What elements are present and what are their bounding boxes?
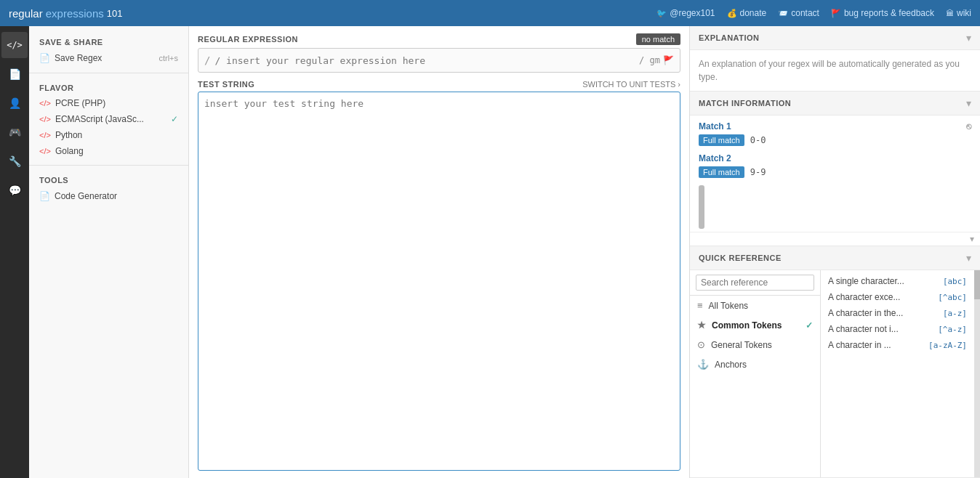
match-info-section: MATCH INFORMATION ▾ Match 1 ⎋ Full match… — [690, 92, 980, 246]
logo-expressions: expressions — [46, 7, 104, 20]
sidebar-settings-btn[interactable]: 🔧 — [1, 148, 28, 174]
match-1-label: Match 1 ⎋ — [699, 121, 971, 131]
common-tokens-label: Common Tokens — [712, 320, 782, 331]
match-2-range: 9-9 — [750, 167, 766, 177]
save-share-title: SAVE & SHARE — [29, 33, 188, 49]
golang-label: Golang — [55, 146, 84, 156]
quick-ref-header: QUICK REFERENCE ▾ — [690, 246, 980, 270]
ref-item-2[interactable]: A character in the... [a-z] — [828, 307, 967, 320]
anchors-item[interactable]: ⚓ Anchors — [690, 355, 820, 374]
right-panel: EXPLANATION ▾ An explanation of your reg… — [689, 26, 980, 478]
ref-desc-1: A character exce... — [828, 292, 900, 302]
sidebar-docs-btn[interactable]: 📄 — [1, 61, 28, 87]
wiki-link[interactable]: 🏛 wiki — [946, 8, 971, 18]
all-tokens-item[interactable]: ≡ All Tokens — [690, 296, 820, 315]
donate-link[interactable]: 💰 donate — [727, 8, 767, 18]
match-info-collapse-btn[interactable]: ▾ — [966, 97, 971, 109]
ref-desc-0: A single character... — [828, 276, 904, 286]
wiki-icon: 🏛 — [946, 9, 954, 17]
wrench-icon: 🔧 — [9, 155, 21, 167]
regex-label: REGULAR EXPRESSION — [198, 35, 298, 44]
search-ref-input[interactable] — [696, 275, 814, 291]
no-match-badge: no match — [636, 33, 680, 45]
match-dropdown-arrow[interactable]: ▾ — [970, 234, 974, 244]
logo-regular: regular — [9, 7, 43, 20]
all-tokens-label: All Tokens — [709, 301, 748, 311]
top-navbar: regular expressions 101 🐦 @regex101 💰 do… — [0, 0, 980, 26]
test-section-header: TEST STRING SWITCH TO UNIT TESTS › — [198, 80, 680, 89]
ref-item-3[interactable]: A character not i... [^a-z] — [828, 323, 967, 336]
common-tokens-icon: ★ — [697, 320, 706, 331]
sidebar-user-btn[interactable]: 👤 — [1, 90, 28, 116]
match-1-row: Full match 0-0 — [699, 134, 971, 146]
explanation-section: EXPLANATION ▾ An explanation of your reg… — [690, 26, 980, 92]
quick-ref-content: ≡ All Tokens ★ Common Tokens ✓ ⊙ General… — [690, 270, 980, 477]
regex-section: REGULAR EXPRESSION no match / / gm 🚩 — [198, 33, 680, 73]
anchors-label: Anchors — [715, 360, 747, 370]
quick-ref-right: A single character... [abc] A character … — [821, 270, 974, 477]
test-string-label: TEST STRING — [198, 80, 254, 89]
general-tokens-icon: ⊙ — [697, 339, 705, 350]
ref-item-1[interactable]: A character exce... [^abc] — [828, 291, 967, 304]
ref-code-2: [a-z] — [943, 309, 967, 318]
contact-link[interactable]: 📨 contact — [778, 8, 819, 18]
match-scrollbar-thumb[interactable] — [699, 185, 704, 229]
quick-ref-scrollbar-thumb[interactable] — [974, 270, 980, 299]
ref-code-4: [a-zA-Z] — [928, 341, 967, 350]
match-info-title: MATCH INFORMATION — [699, 99, 791, 108]
all-tokens-icon: ≡ — [697, 300, 703, 311]
golang-code-icon: </> — [39, 147, 51, 155]
pcre-label: PCRE (PHP) — [55, 98, 105, 108]
ecmascript-check-icon: ✓ — [171, 114, 178, 124]
test-string-textarea[interactable] — [198, 92, 680, 471]
quick-ref-title: QUICK REFERENCE — [699, 254, 782, 262]
regex-input[interactable] — [210, 55, 639, 66]
tools-title: TOOLS — [29, 171, 188, 187]
match-1-badge: Full match — [699, 134, 744, 146]
quick-ref-scrollbar — [974, 270, 980, 477]
flag-icon[interactable]: 🚩 — [663, 55, 674, 65]
code-generator-item[interactable]: 📄 Code Generator — [29, 187, 188, 205]
common-tokens-item[interactable]: ★ Common Tokens ✓ — [690, 315, 820, 335]
explanation-collapse-btn[interactable]: ▾ — [966, 32, 971, 44]
docs-icon: 📄 — [9, 68, 21, 80]
pcre-code-icon: </> — [39, 99, 51, 108]
golang-flavor-item[interactable]: </> Golang — [29, 143, 188, 159]
sidebar-code-btn[interactable]: </> — [1, 32, 28, 58]
search-ref-wrapper — [690, 270, 820, 296]
regex-header: REGULAR EXPRESSION no match — [198, 33, 680, 45]
twitter-link[interactable]: 🐦 @regex101 — [656, 8, 715, 18]
bugreport-link[interactable]: 🚩 bug reports & feedback — [831, 8, 934, 18]
test-string-section: TEST STRING SWITCH TO UNIT TESTS › — [198, 80, 680, 471]
contact-icon: 📨 — [778, 9, 788, 18]
switch-unit-tests-btn[interactable]: SWITCH TO UNIT TESTS › — [582, 80, 680, 89]
sidebar-chat-btn[interactable]: 💬 — [1, 177, 28, 203]
sidebar-tools-btn[interactable]: 🎮 — [1, 119, 28, 145]
common-tokens-check-icon: ✓ — [806, 320, 813, 331]
nav-links: 🐦 @regex101 💰 donate 📨 contact 🚩 bug rep… — [656, 8, 971, 18]
save-regex-item[interactable]: 📄 Save Regex ctrl+s — [29, 49, 188, 67]
explanation-content: An explanation of your regex will be aut… — [690, 50, 980, 91]
gamepad-icon: 🎮 — [9, 126, 21, 138]
ref-item-0[interactable]: A single character... [abc] — [828, 275, 967, 288]
quick-ref-left: ≡ All Tokens ★ Common Tokens ✓ ⊙ General… — [690, 270, 821, 477]
pcre-flavor-item[interactable]: </> PCRE (PHP) — [29, 95, 188, 111]
ref-desc-3: A character not i... — [828, 324, 899, 334]
general-tokens-item[interactable]: ⊙ General Tokens — [690, 335, 820, 355]
logo: regular expressions 101 — [9, 7, 122, 20]
match-2-badge: Full match — [699, 166, 744, 178]
quick-ref-collapse-btn[interactable]: ▾ — [966, 252, 971, 264]
chevron-right-icon: › — [678, 80, 680, 89]
icon-sidebar: </> 📄 👤 🎮 🔧 💬 — [0, 26, 29, 478]
main-layout: </> 📄 👤 🎮 🔧 💬 SAVE & SHARE 📄 Save Regex … — [0, 26, 980, 478]
ecmascript-label: ECMAScript (JavaSc... — [55, 114, 144, 124]
token-list: ≡ All Tokens ★ Common Tokens ✓ ⊙ General… — [690, 296, 820, 477]
match-1-export-icon[interactable]: ⎋ — [966, 121, 971, 131]
regex-flags: / gm 🚩 — [639, 55, 674, 65]
ref-code-0: [abc] — [943, 277, 967, 286]
save-icon: 📄 — [39, 53, 50, 63]
ref-item-4[interactable]: A character in ... [a-zA-Z] — [828, 339, 967, 352]
python-flavor-item[interactable]: </> Python — [29, 127, 188, 143]
ecmascript-flavor-item[interactable]: </> ECMAScript (JavaSc... ✓ — [29, 111, 188, 127]
regex-slash-open: / — [204, 54, 210, 66]
